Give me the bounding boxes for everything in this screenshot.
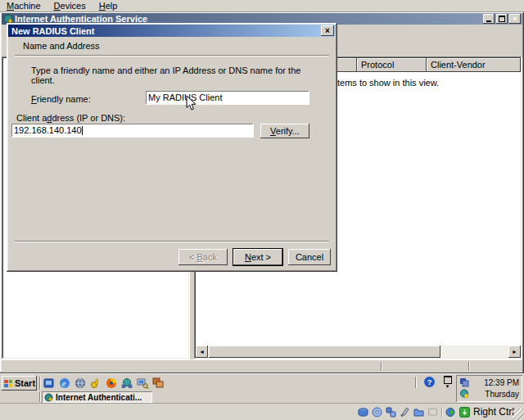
client-address-value: 192.168.140.140 <box>14 125 82 135</box>
hidden-icons-chevron[interactable]: ▾ <box>443 376 452 389</box>
window-switcher-icon[interactable] <box>152 377 164 389</box>
menu-devices[interactable]: Devices <box>54 1 86 11</box>
show-desktop-icon[interactable] <box>43 377 55 389</box>
resize-grip[interactable] <box>513 409 524 420</box>
app-button-label: Internet Authenticati... <box>56 393 142 402</box>
windows-logo-icon <box>4 380 12 387</box>
tray-day: Thursday <box>485 390 519 399</box>
menu-machine[interactable]: Machine <box>7 1 41 11</box>
windows-update-icon[interactable] <box>459 389 469 399</box>
section-divider <box>15 55 329 56</box>
display-icon <box>427 407 438 418</box>
browser-globe-icon[interactable] <box>75 377 86 389</box>
taskbar-app-button[interactable]: Internet Authenticati... <box>42 391 152 403</box>
column-protocol[interactable]: Protocol <box>357 58 427 72</box>
minimize-icon[interactable] <box>483 14 495 24</box>
column-client-vendor[interactable]: Client-Vendor <box>427 58 521 72</box>
scroll-right-icon[interactable]: ► <box>508 345 521 358</box>
display-settings-icon[interactable] <box>459 377 469 387</box>
statusbar-separator <box>441 407 442 418</box>
taskbar-separator <box>39 392 41 402</box>
host-key-icon[interactable] <box>459 407 470 418</box>
next-button[interactable]: Next > <box>233 248 283 266</box>
friendly-name-label: Friendly name: <box>31 94 91 104</box>
text-caret <box>82 126 83 135</box>
cancel-button[interactable]: Cancel <box>288 249 331 265</box>
usb-icon[interactable] <box>400 407 410 418</box>
ias-statusbar <box>2 359 522 373</box>
mouse-integration-icon[interactable] <box>445 407 456 418</box>
statusbar-divider <box>468 362 470 371</box>
scroll-left-icon[interactable]: ◄ <box>196 345 208 358</box>
shared-folder-icon[interactable] <box>413 407 424 418</box>
start-label: Start <box>15 378 35 388</box>
close-icon[interactable]: × <box>509 14 521 24</box>
svg-text:e: e <box>62 378 66 388</box>
taskbar-separator <box>415 377 417 388</box>
chevron-down-icon: ▾ <box>446 383 449 389</box>
back-button[interactable]: < Back <box>178 249 228 265</box>
dialog-titlebar[interactable]: New RADIUS Client × <box>8 25 336 37</box>
empty-list-text: tems to show in this view. <box>337 78 439 88</box>
taskbar-separator <box>39 377 41 390</box>
menu-help[interactable]: Help <box>99 1 118 11</box>
dialog-title: New RADIUS Client <box>8 26 321 36</box>
internet-explorer-icon[interactable]: e <box>59 377 70 389</box>
cd-icon[interactable] <box>372 407 382 418</box>
keys-icon[interactable] <box>90 377 102 389</box>
ias-app-icon <box>44 393 53 402</box>
firefox-icon[interactable] <box>106 377 117 389</box>
client-address-label: Client address (IP or DNS): <box>16 113 125 123</box>
network-adapter-icon[interactable] <box>386 407 396 418</box>
horizontal-scrollbar[interactable]: ◄ ► <box>196 345 521 358</box>
restore-icon[interactable] <box>496 14 508 24</box>
buttons-divider <box>15 241 329 242</box>
quick-launch-bar: e <box>43 377 164 390</box>
computer-search-icon[interactable] <box>137 377 148 389</box>
client-address-input[interactable]: 192.168.140.140 <box>11 124 254 138</box>
vbox-menubar: Machine Devices Help <box>0 0 524 12</box>
tray-clock[interactable]: 12:39 PM <box>484 378 519 387</box>
vbox-statusbar: Right Ctrl <box>0 403 524 420</box>
screen: Machine Devices Help Internet Authentica… <box>0 0 524 420</box>
mouse-cursor <box>186 95 196 113</box>
host-key-label: Right Ctrl <box>473 406 514 418</box>
hdd-icon[interactable] <box>358 407 368 418</box>
start-button[interactable]: Start <box>2 376 37 391</box>
verify-button[interactable]: Verify... <box>260 124 309 138</box>
friendly-name-input[interactable]: My RADIUS Client <box>146 91 309 105</box>
system-tray: 12:39 PM Thursday <box>456 375 522 402</box>
network-places-icon[interactable] <box>121 377 133 389</box>
scrollbar-thumb[interactable] <box>209 345 440 358</box>
taskbar: Start e <box>0 373 524 403</box>
dialog-description: Type a friendly name and either an IP Ad… <box>31 65 326 85</box>
new-radius-client-dialog: New RADIUS Client × Name and Address Typ… <box>7 23 337 272</box>
close-icon[interactable]: × <box>321 25 334 36</box>
statusbar-divider <box>381 362 382 371</box>
section-title: Name and Address <box>23 41 100 51</box>
help-icon[interactable]: ? <box>424 377 435 387</box>
